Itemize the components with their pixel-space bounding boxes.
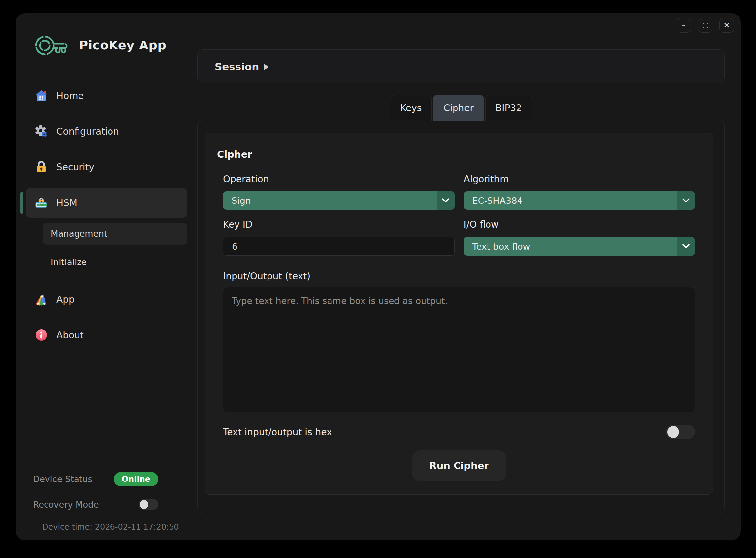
algorithm-value: EC-SHA384 bbox=[464, 196, 678, 206]
maximize-button[interactable] bbox=[698, 18, 712, 33]
io-flow-label: I/O flow bbox=[464, 219, 695, 230]
app-title: PicoKey App bbox=[79, 38, 166, 52]
security-icon bbox=[35, 160, 48, 174]
hsm-icon: ✱✱✱✱ bbox=[35, 196, 48, 209]
sidebar-item-about[interactable]: About bbox=[26, 324, 187, 346]
tab-label: BIP32 bbox=[496, 103, 522, 113]
session-header[interactable]: Session bbox=[197, 49, 725, 83]
device-status-block: Device Status Online Recovery Mode Devic… bbox=[33, 472, 197, 532]
main-area: Session Keys Cipher BIP32 Cipher Operati… bbox=[197, 13, 725, 540]
minimize-button[interactable]: – bbox=[677, 18, 691, 33]
sidebar-item-security[interactable]: Security bbox=[26, 156, 187, 178]
app-window: – ✕ PicoKey App bbox=[16, 13, 741, 540]
tab-cipher[interactable]: Cipher bbox=[433, 95, 484, 121]
hex-toggle-label: Text input/output is hex bbox=[223, 427, 332, 438]
tab-bip32[interactable]: BIP32 bbox=[485, 95, 532, 121]
sidebar-item-label: App bbox=[56, 294, 75, 305]
cipher-heading: Cipher bbox=[217, 149, 695, 160]
chevron-down-icon bbox=[677, 191, 695, 210]
maximize-icon bbox=[703, 23, 708, 28]
sidebar-item-configuration[interactable]: Configuration bbox=[26, 120, 187, 143]
sidebar-subitem-label: Initialize bbox=[51, 257, 87, 267]
recovery-mode-toggle[interactable] bbox=[138, 499, 158, 510]
operation-value: Sign bbox=[223, 196, 437, 206]
cipher-tab-panel: Cipher Operation Algorithm Sign EC-SHA38… bbox=[197, 120, 725, 513]
sidebar-subitem-initialize[interactable]: Initialize bbox=[43, 251, 187, 273]
key-id-input[interactable] bbox=[223, 237, 455, 256]
app-icon bbox=[35, 293, 48, 306]
key-id-label: Key ID bbox=[223, 219, 455, 230]
sidebar-subitem-label: Management bbox=[51, 229, 107, 239]
io-flow-select[interactable]: Text box flow bbox=[464, 237, 695, 256]
toggle-knob bbox=[140, 500, 148, 509]
io-flow-value: Text box flow bbox=[464, 242, 678, 252]
io-textarea[interactable] bbox=[223, 287, 695, 412]
sidebar-subitem-management[interactable]: Management bbox=[43, 223, 187, 245]
chevron-down-icon bbox=[437, 191, 455, 210]
sidebar-item-label: About bbox=[56, 330, 84, 341]
device-status-label: Device Status bbox=[33, 474, 92, 484]
home-icon bbox=[35, 89, 48, 102]
sidebar-item-app[interactable]: App bbox=[26, 288, 187, 311]
operation-label: Operation bbox=[223, 174, 455, 185]
sidebar-item-hsm[interactable]: ✱✱✱✱ HSM bbox=[26, 188, 187, 218]
logo-row: PicoKey App bbox=[33, 32, 197, 58]
device-time: Device time: 2026-02-11 17:20:50 bbox=[42, 523, 197, 532]
cipher-card: Cipher Operation Algorithm Sign EC-SHA38… bbox=[205, 132, 713, 495]
session-title: Session bbox=[215, 61, 259, 73]
sidebar-item-label: HSM bbox=[56, 198, 77, 208]
about-icon bbox=[35, 328, 48, 342]
tab-keys[interactable]: Keys bbox=[390, 95, 432, 121]
hex-toggle[interactable] bbox=[666, 425, 695, 439]
io-text-label: Input/Output (text) bbox=[223, 271, 695, 282]
svg-text:✱: ✱ bbox=[44, 203, 48, 207]
tab-bar: Keys Cipher BIP32 bbox=[197, 95, 725, 121]
close-button[interactable]: ✕ bbox=[720, 18, 734, 33]
sidebar-item-label: Configuration bbox=[56, 126, 119, 137]
toggle-knob bbox=[667, 426, 679, 438]
sidebar-item-home[interactable]: Home bbox=[26, 84, 187, 107]
sidebar-item-label: Security bbox=[56, 161, 94, 173]
operation-select[interactable]: Sign bbox=[223, 191, 455, 210]
key-logo-icon bbox=[33, 32, 69, 58]
status-badge: Online bbox=[114, 472, 158, 486]
chevron-right-icon bbox=[264, 64, 269, 70]
tab-label: Cipher bbox=[443, 103, 474, 113]
algorithm-label: Algorithm bbox=[464, 174, 695, 185]
sidebar-nav: Home bbox=[16, 78, 197, 353]
active-accent-bar bbox=[21, 192, 23, 214]
minimize-icon: – bbox=[682, 21, 686, 30]
recovery-mode-label: Recovery Mode bbox=[33, 500, 99, 509]
tab-label: Keys bbox=[400, 103, 422, 113]
configuration-icon bbox=[35, 125, 48, 138]
sidebar-item-label: Home bbox=[56, 91, 84, 101]
window-controls: – ✕ bbox=[677, 18, 734, 33]
algorithm-select[interactable]: EC-SHA384 bbox=[464, 191, 695, 210]
close-icon: ✕ bbox=[723, 21, 730, 30]
chevron-down-icon bbox=[677, 237, 695, 256]
run-cipher-button[interactable]: Run Cipher bbox=[412, 451, 506, 481]
sidebar: PicoKey App Home bbox=[16, 13, 197, 540]
